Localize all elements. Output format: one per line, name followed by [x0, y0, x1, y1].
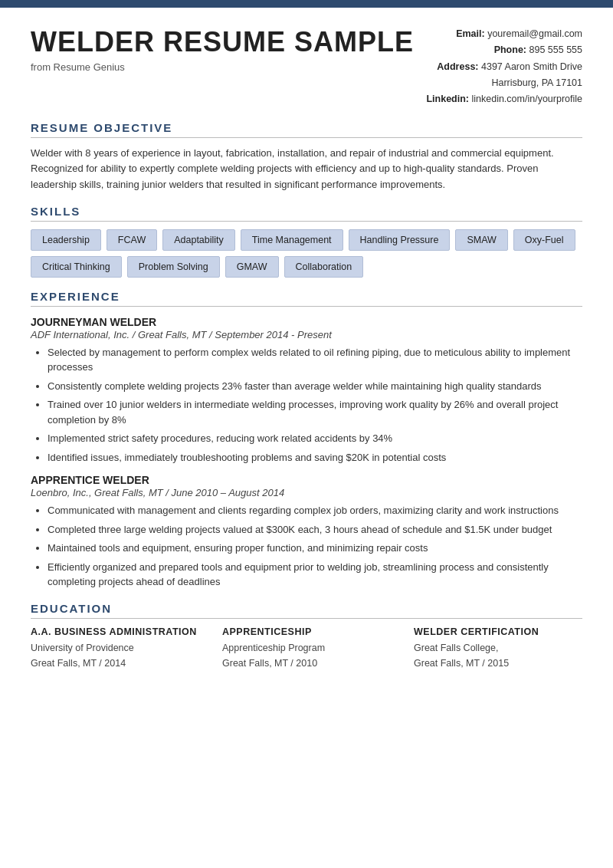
job-title-0: JOURNEYMAN WELDER [31, 316, 582, 328]
linkedin-label: Linkedin: [426, 94, 469, 104]
resume-subtitle: from Resume Genius [31, 61, 414, 73]
skill-tag: Time Management [241, 229, 343, 251]
skill-tag: GMAW [225, 256, 279, 278]
skill-tag: FCAW [107, 229, 157, 251]
experience-title: EXPERIENCE [31, 290, 582, 307]
edu-col-detail-1-1: Great Falls, MT / 2010 [222, 656, 391, 671]
skills-row: LeadershipFCAWAdaptabilityTime Managemen… [31, 229, 582, 278]
skill-tag: Critical Thinking [31, 256, 122, 278]
skill-tag: Problem Solving [127, 256, 220, 278]
address-value2: Harrisburg, PA 17101 [491, 77, 582, 88]
phone-line: Phone: 895 555 555 [426, 42, 582, 58]
bullet-0-1: Consistently complete welding projects 2… [48, 379, 582, 394]
header-section: WELDER RESUME SAMPLE from Resume Genius … [31, 26, 582, 107]
email-value: youremail@gmail.com [487, 28, 582, 39]
skill-tag: Oxy-Fuel [513, 229, 575, 251]
edu-col-title-1: APPRENTICESHIP [222, 626, 391, 637]
bullet-1-1: Completed three large welding projects v… [48, 522, 582, 538]
edu-col-title-2: WELDER CERTIFICATION [414, 626, 582, 637]
resume-page: WELDER RESUME SAMPLE from Resume Genius … [0, 0, 613, 868]
name-block: WELDER RESUME SAMPLE from Resume Genius [31, 26, 414, 73]
edu-col-detail-0-1: Great Falls, MT / 2014 [31, 656, 199, 671]
bullet-1-2: Maintained tools and equipment, ensuring… [48, 541, 582, 556]
email-label: Email: [456, 28, 485, 39]
skill-tag: Handling Pressure [349, 229, 451, 251]
phone-label: Phone: [494, 44, 526, 55]
experience-container: JOURNEYMAN WELDERADF International, Inc.… [31, 316, 582, 590]
skill-tag: Collaboration [284, 256, 364, 278]
edu-col-detail-1-0: Apprenticeship Program [222, 640, 391, 656]
resume-title: WELDER RESUME SAMPLE [31, 26, 414, 58]
skill-tag: Adaptability [162, 229, 235, 251]
education-grid: A.A. BUSINESS ADMINISTRATIONUniversity o… [31, 626, 582, 671]
edu-col-detail-2-0: Great Falls College, [414, 640, 582, 656]
bullet-0-0: Selected by management to perform comple… [48, 345, 582, 375]
skills-title: SKILLS [31, 205, 582, 222]
edu-col-detail-0-0: University of Providence [31, 640, 199, 656]
address-value1: 4397 Aaron Smith Drive [481, 61, 582, 72]
bullet-0-4: Identified issues, immediately troublesh… [48, 450, 582, 465]
education-title: EDUCATION [31, 602, 582, 619]
skill-tag: SMAW [455, 229, 507, 251]
address-label: Address: [437, 61, 478, 72]
job-bullets-1: Communicated with management and clients… [31, 503, 582, 590]
edu-col-0: A.A. BUSINESS ADMINISTRATIONUniversity o… [31, 626, 199, 671]
address-line: Address: 4397 Aaron Smith Drive Harrisbu… [426, 59, 582, 92]
phone-value: 895 555 555 [529, 44, 582, 55]
objective-title: RESUME OBJECTIVE [31, 121, 582, 138]
edu-col-1: APPRENTICESHIPApprenticeship ProgramGrea… [222, 626, 391, 671]
bullet-0-2: Trained over 10 junior welders in interm… [48, 397, 582, 427]
linkedin-value: linkedin.com/in/yourprofile [471, 94, 582, 104]
job-bullets-0: Selected by management to perform comple… [31, 345, 582, 465]
top-bar [0, 0, 613, 8]
job-company-1: Loenbro, Inc., Great Falls, MT / June 20… [31, 487, 582, 498]
bullet-1-0: Communicated with management and clients… [48, 503, 582, 518]
edu-col-detail-2-1: Great Falls, MT / 2015 [414, 656, 582, 671]
skill-tag: Leadership [31, 229, 101, 251]
job-company-0: ADF International, Inc. / Great Falls, M… [31, 329, 582, 340]
linkedin-line: Linkedin: linkedin.com/in/yourprofile [426, 91, 582, 107]
bullet-1-3: Efficiently organized and prepared tools… [48, 560, 582, 590]
bullet-0-3: Implemented strict safety procedures, re… [48, 431, 582, 446]
objective-text: Welder with 8 years of experience in lay… [31, 146, 582, 192]
job-title-1: APPRENTICE WELDER [31, 474, 582, 486]
edu-col-2: WELDER CERTIFICATIONGreat Falls College,… [414, 626, 582, 671]
email-line: Email: youremail@gmail.com [426, 26, 582, 42]
contact-block: Email: youremail@gmail.com Phone: 895 55… [426, 26, 582, 107]
edu-col-title-0: A.A. BUSINESS ADMINISTRATION [31, 626, 199, 637]
